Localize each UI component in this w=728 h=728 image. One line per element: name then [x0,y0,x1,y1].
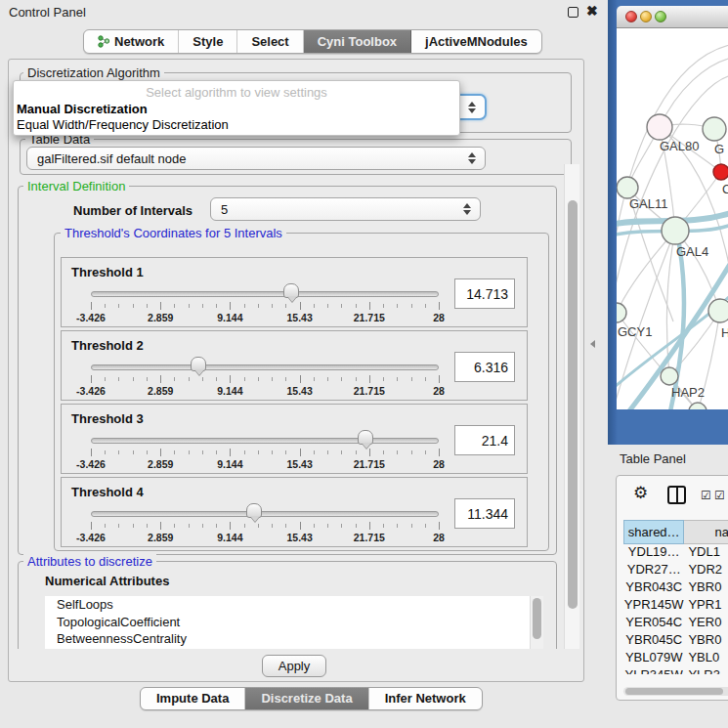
slider-track[interactable] [91,438,439,444]
cell-name[interactable]: YBL0 [684,650,728,667]
tick-mark [258,450,259,454]
node-right-h[interactable] [708,299,728,322]
cell-name[interactable]: YDR2 [684,562,728,579]
tick-mark [356,304,357,308]
tick-mark [244,524,245,528]
tab-cyni-toolbox[interactable]: Cyni Toolbox [304,30,411,53]
cell-shared-name[interactable]: YBR043C [623,579,684,597]
scrollbar-thumb[interactable] [533,598,541,639]
table-row[interactable]: YDL19…YDL1 [623,544,728,562]
tab-jactivemnodules[interactable]: jActiveMNodules [411,30,541,53]
table-row[interactable]: YBR045CYBR0 [623,632,728,650]
cell-shared-name[interactable]: YBL079W [623,650,684,667]
node-gal4[interactable] [662,217,689,244]
tick-mark [314,304,315,308]
cell-name[interactable]: YBR0 [684,632,728,650]
threshold-value-field[interactable]: 6.316 [454,352,515,382]
tick-label: 15.43 [269,312,331,323]
table-row[interactable]: YPR145WYPR1 [623,597,728,615]
table-horizontal-scrollbar[interactable] [623,687,728,696]
tick-mark [356,377,357,381]
cell-shared-name[interactable]: YBR045C [623,632,684,650]
attributes-list-scrollbar[interactable] [530,596,543,649]
tick-label: 28 [407,385,470,397]
slider-track[interactable] [91,511,439,517]
dropdown-placeholder-option[interactable]: Select algorithm to view settings [14,85,459,100]
threshold-value-field[interactable]: 11.344 [454,498,515,529]
tab-discretize-data[interactable]: Discretize Data [245,688,368,709]
cell-name[interactable]: YDL1 [684,544,728,562]
threshold-value-field[interactable]: 21.4 [454,425,515,455]
slider-thumb[interactable] [191,357,206,371]
close-window-icon[interactable] [625,11,637,22]
cell-shared-name[interactable]: YER054C [623,615,684,632]
network-canvas[interactable]: GAL80 G C GAL11 GAL4 GCY1 H HAP2 [617,28,728,409]
network-graph: GAL80 G C GAL11 GAL4 GCY1 H HAP2 [617,28,728,409]
network-window-titlebar[interactable] [617,6,728,28]
tick-mark [230,375,231,383]
columns-icon[interactable] [667,486,686,504]
numerical-attributes-list[interactable]: SelfLoopsTopologicalCoefficientBetweenne… [45,596,543,649]
attribute-list-item[interactable]: BetweennessCentrality [45,630,543,648]
threshold-label: Threshold 2 [71,338,144,353]
node-gal11[interactable] [617,177,638,198]
dropdown-option-manual-discretization[interactable]: Manual Discretization [17,102,148,116]
tick-mark [300,449,301,456]
node-hap2[interactable] [661,367,678,385]
cell-shared-name[interactable]: YDL19… [623,544,684,562]
checkbox-checked-icon[interactable]: ☑ [714,489,725,502]
tick-label: 9.144 [198,532,261,543]
threshold-label: Threshold 1 [71,265,144,279]
threshold-value-field[interactable]: 14.713 [454,278,515,309]
node-label: GCY1 [618,324,652,339]
table-data-combobox[interactable]: galFiltered.sif default node [26,147,486,170]
gear-icon[interactable]: ⚙ [633,483,648,503]
cell-shared-name[interactable]: YLR345W [623,667,684,674]
apply-button[interactable]: Apply [262,655,326,677]
cell-name[interactable]: YER0 [684,615,728,632]
tab-impute-data[interactable]: Impute Data [141,688,245,709]
tab-select[interactable]: Select [237,30,303,53]
slider-thumb[interactable] [358,430,373,445]
tab-style[interactable]: Style [179,30,237,53]
cell-name[interactable]: YBR0 [684,579,728,597]
settings-vertical-scrollbar[interactable] [564,164,579,649]
node-highlighted-red[interactable] [713,164,728,180]
tick-mark [118,524,119,528]
node-top-right[interactable] [703,117,726,141]
dropdown-option-equal-width-frequency[interactable]: Equal Width/Frequency Discretization [17,117,229,132]
table-row[interactable]: YLR345WYLR3 [623,667,728,674]
minimize-window-icon[interactable] [640,11,652,22]
node-gal80[interactable] [647,114,672,140]
scrollbar-thumb[interactable] [568,200,578,609]
splitter-collapse-arrow[interactable] [590,340,595,348]
slider-thumb[interactable] [246,503,262,518]
node-gcy1[interactable] [617,303,626,322]
tab-network[interactable]: Network [84,30,179,53]
tick-mark [272,377,273,381]
table-row[interactable]: YER054CYER0 [623,615,728,632]
slider-track[interactable] [91,364,439,370]
slider-thumb[interactable] [283,283,299,298]
slider-track[interactable] [91,291,439,297]
close-panel-icon[interactable]: ✖ [586,3,598,19]
table-row[interactable]: YDR27…YDR2 [623,562,728,579]
cell-name[interactable]: YLR3 [684,667,728,674]
attribute-list-item[interactable]: TopologicalCoefficient [45,614,543,631]
cell-name[interactable]: YPR1 [684,597,728,615]
tab-infer-network[interactable]: Infer Network [369,688,482,709]
zoom-window-icon[interactable] [655,11,666,22]
cell-shared-name[interactable]: YPR145W [623,597,684,615]
table-row[interactable]: YBL079WYBL0 [623,650,728,667]
checkbox-checked-icon[interactable]: ☑ [701,489,711,502]
column-header-shared-name[interactable]: shared… [623,520,684,544]
table-row[interactable]: YBR043CYBR0 [623,579,728,597]
number-of-intervals-combobox[interactable]: 5 [210,197,481,221]
tick-mark [189,524,190,528]
float-panel-icon[interactable] [568,7,578,18]
attribute-list-item[interactable]: SelfLoops [45,596,543,614]
column-header-name[interactable]: na [684,520,728,544]
scrollbar-thumb[interactable] [625,688,723,695]
tick-mark [411,450,412,454]
cell-shared-name[interactable]: YDR27… [623,562,684,579]
